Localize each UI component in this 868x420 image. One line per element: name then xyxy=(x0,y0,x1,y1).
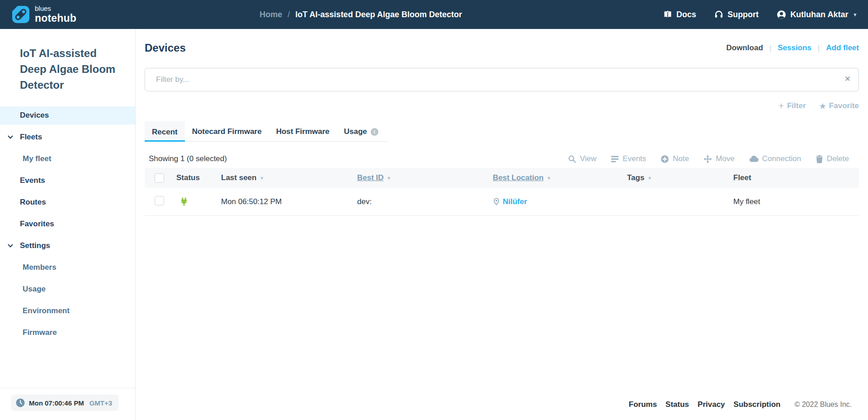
action-label: Connection xyxy=(762,154,801,163)
footer-link-forums[interactable]: Forums xyxy=(629,400,657,409)
support-headset-icon xyxy=(714,10,723,19)
last-seen-cell: Mon 06:50:12 PM xyxy=(221,197,357,206)
page-title: Devices xyxy=(145,42,186,54)
clock-time: Mon 07:00:46 PM xyxy=(29,399,84,407)
tab-usage[interactable]: Usage i xyxy=(337,121,386,141)
location-pin-icon xyxy=(493,198,500,205)
add-fleet-link[interactable]: Add fleet xyxy=(826,43,859,52)
device-tabs: Recent Notecard Firmware Host Firmware U… xyxy=(145,121,387,142)
column-fleet: Fleet xyxy=(733,173,751,182)
tab-notecard-firmware[interactable]: Notecard Firmware xyxy=(185,121,269,141)
sort-caret-icon[interactable]: ▾ xyxy=(648,175,651,181)
filter-input[interactable] xyxy=(145,68,859,91)
sidebar-item-environment[interactable]: Environment xyxy=(0,302,135,320)
link-separator: | xyxy=(818,43,820,52)
sessions-link[interactable]: Sessions xyxy=(778,43,811,52)
sidebar-item-label: Events xyxy=(20,176,45,185)
row-checkbox[interactable] xyxy=(155,196,164,205)
docs-book-icon xyxy=(663,10,672,19)
status-cell xyxy=(176,197,221,206)
docs-link[interactable]: Docs xyxy=(663,10,696,19)
footer-link-status[interactable]: Status xyxy=(665,400,689,409)
clock-timezone: GMT+3 xyxy=(90,399,112,407)
column-best-location[interactable]: Best Location xyxy=(493,173,543,182)
tab-label: Notecard Firmware xyxy=(192,127,262,136)
sort-caret-icon[interactable]: ▾ xyxy=(260,175,263,181)
add-filter-button[interactable]: + Filter xyxy=(778,101,806,110)
column-last-seen: Last seen xyxy=(221,173,256,182)
magnifier-icon xyxy=(568,155,576,163)
brand-name-bottom: notehub xyxy=(35,13,76,24)
move-button[interactable]: Move xyxy=(703,154,735,163)
footer-link-subscription[interactable]: Subscription xyxy=(734,400,781,409)
favorite-button[interactable]: ★ Favorite xyxy=(820,101,859,110)
footer-link-privacy[interactable]: Privacy xyxy=(698,400,725,409)
note-button[interactable]: Note xyxy=(660,154,689,163)
sort-caret-icon[interactable]: ▾ xyxy=(547,175,550,181)
user-menu[interactable]: Kutluhan Aktar ▾ xyxy=(777,10,856,19)
sidebar-item-label: Routes xyxy=(20,198,46,207)
sidebar-footer: Mon 07:00:46 PM GMT+3 xyxy=(0,388,135,420)
fleet-cell: My fleet xyxy=(733,197,859,206)
sidebar-item-label: Devices xyxy=(20,111,49,120)
sidebar-item-label: My fleet xyxy=(23,154,51,163)
blues-notehub-logo[interactable]: blues notehub xyxy=(12,5,76,24)
delete-button[interactable]: Delete xyxy=(816,154,849,163)
action-label: Events xyxy=(623,154,646,163)
column-status: Status xyxy=(176,173,200,182)
sidebar-item-label: Settings xyxy=(20,241,50,250)
sidebar-item-fleets[interactable]: Fleets xyxy=(0,128,135,146)
sidebar: IoT AI-assisted Deep Algae Bloom Detecto… xyxy=(0,29,136,420)
events-button[interactable]: Events xyxy=(611,154,646,163)
brand-name-top: blues xyxy=(35,5,76,12)
sidebar-item-firmware[interactable]: Firmware xyxy=(0,324,135,342)
sidebar-item-label: Fleets xyxy=(20,133,42,142)
sidebar-item-settings[interactable]: Settings xyxy=(0,237,135,255)
info-icon[interactable]: i xyxy=(371,128,378,136)
top-navbar: blues notehub Home / IoT AI-assisted Dee… xyxy=(0,0,868,29)
sidebar-item-events[interactable]: Events xyxy=(0,172,135,190)
sidebar-item-favorites[interactable]: Favorites xyxy=(0,215,135,233)
best-location-cell: Nilüfer xyxy=(493,197,627,206)
sidebar-item-label: Environment xyxy=(23,306,70,315)
select-all-checkbox[interactable] xyxy=(155,173,164,183)
column-tags: Tags xyxy=(627,173,644,182)
sidebar-item-label: Favorites xyxy=(20,220,54,229)
support-link[interactable]: Support xyxy=(714,10,759,19)
column-best-id[interactable]: Best ID xyxy=(357,173,384,182)
connection-button[interactable]: Connection xyxy=(749,154,801,163)
location-link[interactable]: Nilüfer xyxy=(503,197,527,206)
sidebar-item-usage[interactable]: Usage xyxy=(0,280,135,298)
sidebar-item-routes[interactable]: Routes xyxy=(0,193,135,211)
devices-table: Status Last seen ▾ Best ID ▾ Best Locati… xyxy=(145,168,859,216)
sort-caret-icon[interactable]: ▾ xyxy=(388,175,391,181)
sidebar-item-members[interactable]: Members xyxy=(0,258,135,277)
page-footer: Forums Status Privacy Subscription © 202… xyxy=(145,396,859,420)
tab-label: Recent xyxy=(152,128,178,137)
main-content: Devices Download | Sessions | Add fleet … xyxy=(136,29,868,420)
showing-summary: Showing 1 (0 selected) xyxy=(145,154,227,163)
action-label: View xyxy=(580,154,597,163)
sidebar-item-devices[interactable]: Devices xyxy=(0,106,135,124)
trash-icon xyxy=(816,155,823,163)
view-button[interactable]: View xyxy=(568,154,597,163)
chevron-down-icon xyxy=(7,243,14,249)
move-arrows-icon xyxy=(703,155,712,163)
best-id-cell: dev: xyxy=(357,197,493,206)
tab-label: Host Firmware xyxy=(276,127,330,136)
chevron-down-icon xyxy=(7,134,14,140)
clear-filter-icon[interactable]: ✕ xyxy=(844,74,851,84)
device-row[interactable]: Mon 06:50:12 PM dev: Nilüfer My fleet xyxy=(145,188,859,216)
action-label: Delete xyxy=(827,154,849,163)
clock-chip: Mon 07:00:46 PM GMT+3 xyxy=(11,395,118,411)
tab-host-firmware[interactable]: Host Firmware xyxy=(269,121,337,141)
list-icon xyxy=(611,155,619,163)
filter-button-label: Filter xyxy=(787,101,806,110)
tab-recent[interactable]: Recent xyxy=(145,121,185,142)
tab-label: Usage xyxy=(344,127,367,136)
plus-circle-icon xyxy=(660,155,669,163)
sidebar-item-my-fleet[interactable]: My fleet xyxy=(0,150,135,168)
download-link[interactable]: Download xyxy=(726,43,763,52)
user-caret-down-icon: ▾ xyxy=(854,12,856,18)
breadcrumb-home-link[interactable]: Home xyxy=(259,10,282,19)
